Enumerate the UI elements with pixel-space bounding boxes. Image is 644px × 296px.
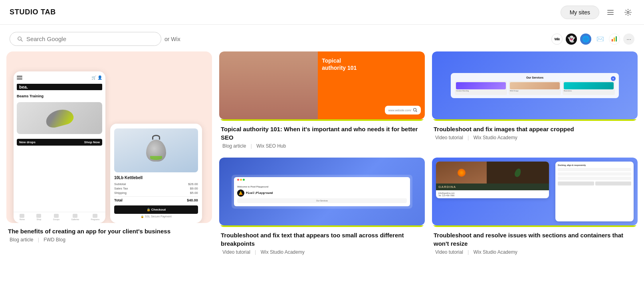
thumb-blue-bg: Our Services Creative Branding Web Desig… — [432, 51, 638, 119]
cart-subtotal-row: Subtotal $26.00 — [114, 182, 198, 186]
pixel-content: Welcome to Pixel Playground Pixel\Playgr… — [234, 182, 410, 206]
app-header: STUDIO TAB My sites — [0, 0, 644, 25]
featured-card-info: The benefits of creating an app for your… — [6, 223, 212, 244]
menu-icon — [606, 8, 614, 16]
menu-line-3 — [17, 79, 22, 79]
cart-ssl-label: 🔒 SSL Secure Payment — [114, 215, 198, 218]
pixel-browser-bar — [234, 177, 410, 182]
brand-label: bea. — [17, 84, 102, 90]
ext-icon-wix[interactable]: Wix — [551, 34, 563, 45]
article-card-cropped-images[interactable]: Our Services Creative Branding Web Desig… — [432, 51, 638, 150]
gardina-top-strip — [436, 162, 549, 184]
article-meta-topical-authority: Blog article | Wix SEO Hub — [221, 143, 423, 149]
gardina-right-panel: Docking, align & responsivity — [555, 162, 634, 221]
search-bar[interactable] — [10, 32, 161, 46]
menu-icon-button[interactable] — [604, 6, 617, 19]
ext-icon-gmail[interactable]: ✉️ — [594, 34, 606, 45]
svg-rect-1 — [607, 12, 614, 13]
accent-bar-pp — [219, 225, 425, 227]
article-type-2: Video tutorial — [222, 249, 250, 255]
featured-card-type: Blog article — [10, 237, 33, 243]
cart-total-value: $40.00 — [187, 198, 198, 202]
search-input[interactable] — [26, 36, 154, 42]
cart-checkout-button: 🔒 Checkout — [114, 205, 198, 214]
article-source-3: Wix Studio Academy — [474, 249, 517, 255]
more-extensions-button[interactable]: ··· — [623, 34, 634, 45]
article-info-topical-authority: Topical authority 101: When it's importa… — [219, 121, 425, 150]
service-card-web: Web Design — [509, 81, 561, 95]
thumb-cropped-images: Our Services Creative Branding Web Desig… — [432, 51, 638, 121]
articles-grid: Topicalauthority 101 www.website.com/ To… — [219, 51, 638, 257]
browser-dot-yellow — [240, 179, 242, 181]
cart-product-name: 10Lb Kettlebell — [114, 176, 198, 180]
browser-dot-red — [237, 179, 239, 181]
service-card-top-skin — [510, 82, 560, 89]
phone-nav-bar: Home Shop Groups Galleries Programs — [14, 212, 105, 223]
gardina-panel-title: Docking, align & responsivity — [558, 164, 631, 166]
phone-cta-right: Shop Now — [84, 140, 100, 144]
article-title-sections: Troubleshoot and resolve issues with sec… — [434, 231, 636, 248]
settings-icon-button[interactable] — [622, 6, 634, 19]
article-card-text-breakpoints[interactable]: Welcome to Pixel Playground Pixel\Playgr… — [219, 158, 425, 257]
article-meta-breakpoints: Video tutorial | Wix Studio Academy — [221, 249, 423, 255]
ext-icon-analytics[interactable] — [609, 34, 620, 45]
pixel-services-bar: Our Services — [237, 198, 407, 203]
phone-header: 🛒 👤 — [17, 75, 102, 80]
accent-bar-ta — [219, 119, 425, 121]
svg-line-10 — [416, 111, 417, 112]
thumb-gardina-bg: GARDINA info@gardina.com Tel: 123-456-78… — [432, 158, 638, 225]
search-icon — [17, 36, 23, 42]
pixel-logo-leaf — [239, 191, 243, 195]
nav-dot — [73, 214, 77, 218]
gardina-btn-1 — [558, 182, 594, 185]
article-title-cropped: Troubleshoot and fix images that appear … — [434, 125, 636, 133]
svg-rect-8 — [616, 36, 617, 41]
article-card-topical-authority[interactable]: Topicalauthority 101 www.website.com/ To… — [219, 51, 425, 150]
browser-dots — [237, 179, 245, 181]
gardina-panel-row-2 — [558, 172, 631, 176]
nav-dot — [93, 214, 97, 218]
app-logo: STUDIO TAB — [10, 8, 56, 16]
featured-pink-bg: 🛒 👤 bea. Beams Training New drops Shop N… — [6, 51, 212, 223]
featured-card: 🛒 👤 bea. Beams Training New drops Shop N… — [6, 51, 212, 257]
service-card-top-teal — [564, 82, 614, 89]
gardina-main-mockup: GARDINA info@gardina.com Tel: 123-456-78… — [436, 162, 549, 198]
phone-cta-bar: New drops Shop Now — [17, 139, 102, 146]
phone-mock-inner: 🛒 👤 bea. Beams Training New drops Shop N… — [14, 71, 105, 212]
search-mini-icon — [413, 108, 418, 112]
gardina-leaf — [514, 168, 522, 178]
svg-rect-7 — [614, 37, 615, 41]
featured-card-source: FWD Blog — [44, 237, 65, 243]
svg-rect-6 — [612, 39, 613, 41]
analytics-icon-svg — [611, 36, 618, 42]
kettle-handle — [152, 135, 160, 140]
phone-nav-shop: Shop — [36, 214, 41, 221]
ta-person-area — [219, 51, 318, 119]
menu-line-1 — [17, 76, 22, 77]
svg-line-5 — [21, 39, 22, 41]
main-content-grid: 🛒 👤 bea. Beams Training New drops Shop N… — [0, 51, 644, 263]
ext-icon-earth[interactable]: 🌐 — [580, 34, 591, 45]
nav-dot — [20, 214, 24, 218]
gear-icon — [624, 8, 632, 16]
url-text: www.website.com/ — [388, 109, 411, 112]
gardina-img-right — [487, 162, 549, 184]
article-card-sections-resize[interactable]: GARDINA info@gardina.com Tel: 123-456-78… — [432, 158, 638, 257]
article-source-0: Wix SEO Hub — [256, 143, 286, 149]
cart-subtotal-label: Subtotal — [114, 182, 126, 186]
article-type-0: Blog article — [222, 143, 246, 149]
ext-icon-phantom[interactable]: 👻 — [566, 34, 577, 45]
my-sites-button[interactable]: My sites — [561, 6, 599, 19]
gardina-brand-bar: GARDINA — [436, 184, 549, 190]
gardina-btn-2 — [595, 182, 631, 185]
featured-card-thumb: 🛒 👤 bea. Beams Training New drops Shop N… — [6, 51, 212, 223]
gardina-contact-area: info@gardina.com Tel: 123-456-7890 — [436, 190, 549, 198]
kettle-container — [146, 140, 166, 162]
gardina-panel-buttons — [558, 182, 631, 185]
accent-bar-ci — [432, 119, 638, 121]
svg-rect-2 — [607, 14, 614, 15]
service-card-creative: Creative Branding — [455, 81, 507, 95]
thumb-gardina: GARDINA info@gardina.com Tel: 123-456-78… — [432, 158, 638, 227]
article-type-1: Video tutorial — [435, 135, 463, 140]
menu-line-2 — [17, 77, 22, 78]
